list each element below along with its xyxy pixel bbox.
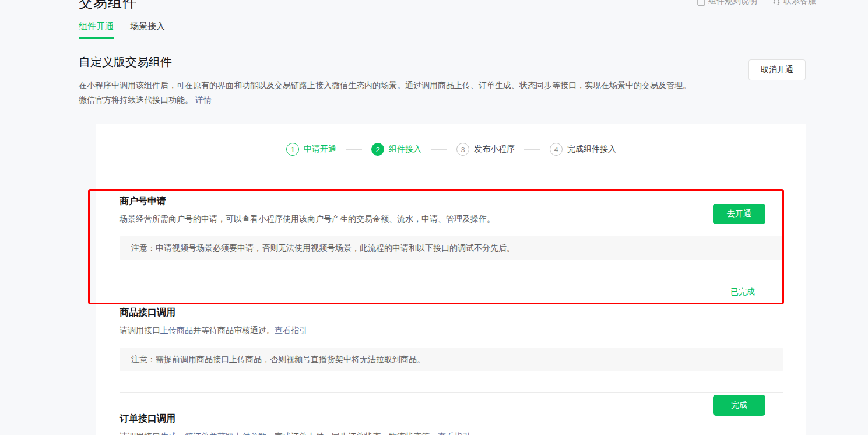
overview-description: 在小程序中调用该组件后，可在原有的界面和功能以及交易链路上接入微信生态内的场景。… [79,78,698,107]
overview-description-text: 在小程序中调用该组件后，可在原有的界面和功能以及交易链路上接入微信生态内的场景。… [79,80,691,104]
step-complete-access-number: 4 [550,143,563,156]
overview-section: 自定义版交易组件 在小程序中调用该组件后，可在原有的界面和功能以及交易链路上接入… [79,54,816,107]
section-order-api-text: 订单接口调用 请调用接口生成一笔订单并获取支付参数，完成订单支付，同步订单状态、… [120,393,470,435]
contact-support-link[interactable]: 联系客服 [772,0,816,6]
create-order-link[interactable]: 生成一笔订单并获取支付参数 [160,432,266,435]
step-apply: 1 申请开通 [286,143,336,156]
step-connector [431,149,447,150]
cancel-activation-button[interactable]: 取消开通 [748,59,806,80]
product-desc-prefix: 请调用接口 [120,325,160,335]
section-merchant-account-text: 商户号申请 场景经营所需商户号的申请，可以查看小程序使用该商户号产生的交易金额、… [120,197,495,224]
product-guide-link[interactable]: 查看指引 [275,325,307,335]
page-title: 交易组件 [79,0,137,12]
step-publish-miniprogram-label: 发布小程序 [474,144,515,155]
step-component-access-label: 组件接入 [389,144,421,155]
section-order-api-desc: 请调用接口生成一笔订单并获取支付参数，完成订单支付，同步订单状态、物流状态等。查… [120,430,470,435]
component-rules-link[interactable]: 组件规则说明 [697,0,757,6]
section-product-api-text: 商品接口调用 请调用接口上传商品并等待商品审核通过。查看指引 [120,283,307,336]
component-access-card: 1 申请开通 2 组件接入 3 发布小程序 4 完成组件接入 [96,124,806,435]
component-rules-label: 组件规则说明 [708,0,757,6]
complete-button[interactable]: 完成 [713,395,765,416]
order-desc-suffix: ，完成订单支付，同步订单状态、物流状态等。 [266,432,438,435]
tabs-divider [79,37,816,37]
section-product-api: 商品接口调用 请调用接口上传商品并等待商品审核通过。查看指引 已完成 注意：需提… [120,283,783,393]
section-merchant-account-desc: 场景经营所需商户号的申请，可以查看小程序使用该商户号产生的交易金额、流水，申请、… [120,213,495,224]
product-api-note: 注意：需提前调用商品接口上传商品，否则视频号直播货架中将无法拉取到商品。 [120,348,783,371]
section-merchant-account: 商户号申请 场景经营所需商户号的申请，可以查看小程序使用该商户号产生的交易金额、… [120,197,783,283]
overview-heading: 自定义版交易组件 [79,54,816,70]
section-order-api-title: 订单接口调用 [120,414,470,423]
step-component-access-number: 2 [371,143,384,156]
upload-product-link[interactable]: 上传商品 [160,325,193,335]
header-links: 组件规则说明 联系客服 [697,0,816,6]
page-container: 交易组件 组件规则说明 联系客服 组件开通 场景接入 自定义版交易组件 在小程序… [79,0,816,435]
detail-link[interactable]: 详情 [195,95,212,104]
step-apply-number: 1 [286,143,299,156]
step-complete-access-label: 完成组件接入 [567,144,616,155]
contact-support-label: 联系客服 [783,0,816,6]
merchant-account-note: 注意：申请视频号场景必须要申请，否则无法使用视频号场景，此流程的申请和以下接口的… [120,236,783,260]
order-desc-prefix: 请调用接口 [120,432,160,435]
go-activate-button[interactable]: 去开通 [713,204,765,224]
section-merchant-account-title: 商户号申请 [120,197,495,206]
section-order-api: 订单接口调用 请调用接口生成一笔订单并获取支付参数，完成订单支付，同步订单状态、… [120,393,783,435]
rules-document-icon [697,0,705,6]
order-guide-link[interactable]: 查看指引 [438,432,470,435]
product-desc-suffix: 并等待商品审核通过。 [193,325,275,335]
step-publish-miniprogram-number: 3 [456,143,469,156]
task-sections: 商户号申请 场景经营所需商户号的申请，可以查看小程序使用该商户号产生的交易金额、… [96,197,806,435]
step-apply-label: 申请开通 [304,144,336,155]
step-connector [346,149,362,150]
step-connector [524,149,540,150]
product-api-status-badge: 已完成 [730,287,755,297]
headset-icon [772,0,781,6]
step-complete-access: 4 完成组件接入 [550,143,616,156]
step-publish-miniprogram: 3 发布小程序 [456,143,515,156]
section-product-api-desc: 请调用接口上传商品并等待商品审核通过。查看指引 [120,324,307,336]
stepper: 1 申请开通 2 组件接入 3 发布小程序 4 完成组件接入 [96,124,806,156]
step-component-access: 2 组件接入 [371,143,421,156]
section-product-api-title: 商品接口调用 [120,308,307,317]
